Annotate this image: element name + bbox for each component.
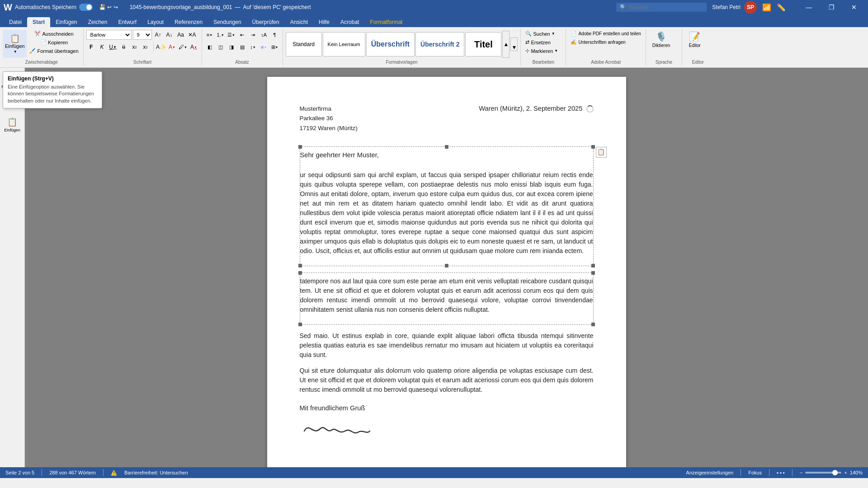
acrobat-group-content: 📄 Adobe PDF erstellen und teilen ✍️ Unte… xyxy=(569,30,642,59)
tab-einfuegen[interactable]: Einfügen xyxy=(50,17,82,27)
handle-top-middle[interactable] xyxy=(445,145,448,149)
doc-paragraph2[interactable]: tatempore nos aut laut quia core sum est… xyxy=(300,277,593,314)
style-kein-leerraum[interactable]: Kein Leerraum xyxy=(323,32,365,56)
paragraph-color-btn[interactable]: ■▼ xyxy=(259,42,269,52)
handle2-bottom-right[interactable] xyxy=(591,323,595,326)
superscript-btn[interactable]: x2 xyxy=(130,42,140,52)
cut-button[interactable]: ✂️ Ausschneiden xyxy=(28,30,80,38)
decrease-font-btn[interactable]: A↓ xyxy=(165,30,175,40)
clear-format-btn[interactable]: ✕A xyxy=(187,30,197,40)
tab-start[interactable]: Start xyxy=(27,17,50,27)
avatar[interactable]: SP xyxy=(744,1,757,14)
handle-bottom-middle[interactable] xyxy=(445,264,448,267)
tab-entwurf[interactable]: Entwurf xyxy=(113,17,142,27)
bullet-list-btn[interactable]: ≡▼ xyxy=(205,30,215,40)
numbered-list-btn[interactable]: 1.▼ xyxy=(216,30,226,40)
style-uberschrift2[interactable]: Überschrift 2 xyxy=(415,32,464,56)
styles-scroll-down[interactable]: ▼ xyxy=(510,38,518,51)
indent-increase-btn[interactable]: ⇥ xyxy=(248,30,258,40)
display-settings[interactable]: Anzeigeeinstellungen xyxy=(686,470,734,475)
tab-uberpruefen[interactable]: Überprüfen xyxy=(247,17,285,27)
zoom-control[interactable]: − + 140% xyxy=(800,470,863,475)
doc-paragraph3[interactable]: Sed maio. Ut estinus explab in core, qui… xyxy=(300,331,594,360)
increase-font-btn[interactable]: A↑ xyxy=(153,30,163,40)
indent-decrease-btn[interactable]: ⇤ xyxy=(237,30,247,40)
font-family-select[interactable]: Barlow Calibri Arial xyxy=(86,30,132,40)
align-justify-btn[interactable]: ▤ xyxy=(237,42,247,52)
handle2-top-right[interactable] xyxy=(591,271,595,275)
suchen-button[interactable]: 🔍 Suchen ▼ xyxy=(524,30,557,38)
document-page[interactable]: Musterfirma Parkallee 36 17192 Waren (Mü… xyxy=(267,77,626,467)
style-standard[interactable]: Standard xyxy=(286,32,322,56)
outline-list-btn[interactable]: ☰▼ xyxy=(226,30,236,40)
style-titel[interactable]: Titel xyxy=(465,32,501,56)
text-color-btn[interactable]: A▼ xyxy=(167,42,177,52)
diktieren-button[interactable]: 🎙️ Diktieren xyxy=(649,30,674,49)
editor-button[interactable]: 📝 Editor xyxy=(685,30,705,49)
tab-datei[interactable]: Datei xyxy=(4,17,27,27)
close-button[interactable]: ✕ xyxy=(844,0,864,14)
handle2-bottom-left[interactable] xyxy=(298,323,302,326)
handle-bottom-left[interactable] xyxy=(298,264,302,267)
markieren-button[interactable]: ⊹ Markieren ▼ xyxy=(524,47,560,55)
styles-scroll-up[interactable]: ▲ xyxy=(502,31,509,58)
tab-layout[interactable]: Layout xyxy=(142,17,169,27)
paste-nav-button[interactable]: 📋 Einfügen xyxy=(2,115,22,135)
selected-text-region[interactable]: Sehr geehrter Herr Muster, ur sequi odip… xyxy=(300,146,594,267)
align-center-btn[interactable]: ◫ xyxy=(216,42,226,52)
format-paint-button[interactable]: 🖌️ Format übertragen xyxy=(28,47,80,55)
highlight-btn[interactable]: 🖊▼ xyxy=(178,42,188,52)
strikethrough-btn[interactable]: ü xyxy=(119,42,129,52)
align-right-btn[interactable]: ◨ xyxy=(226,42,236,52)
zoom-in-icon[interactable]: + xyxy=(844,470,847,475)
tab-zeichen[interactable]: Zeichen xyxy=(83,17,113,27)
show-formatting-btn[interactable]: ¶ xyxy=(270,30,280,40)
tab-formatformat[interactable]: Formatformat xyxy=(364,17,408,27)
line-spacing-btn[interactable]: ↕▼ xyxy=(248,42,258,52)
text-effect-btn[interactable]: A✨ xyxy=(156,42,166,52)
handle2-top-left[interactable] xyxy=(298,271,302,275)
zoom-thumb[interactable] xyxy=(832,470,838,475)
paste-button[interactable]: 📋 Einfügen ▼ xyxy=(3,30,27,58)
zoom-out-icon[interactable]: − xyxy=(800,470,802,475)
border-btn[interactable]: ⊞▼ xyxy=(270,42,280,52)
font-size-select[interactable]: 9 10 11 12 xyxy=(133,30,152,40)
copy-button[interactable]: 📄 Kopieren xyxy=(28,38,80,46)
underline-btn[interactable]: U▼ xyxy=(108,42,118,52)
doc-paragraph4[interactable]: Qui sit eture dolumquatur alis dolorrum … xyxy=(300,366,594,394)
style-uberschrift1[interactable]: Überschrift xyxy=(366,32,415,56)
change-case-btn[interactable]: Aa xyxy=(176,30,186,40)
handle-top-left[interactable] xyxy=(298,145,302,149)
search-box[interactable]: 🔍 xyxy=(616,3,707,12)
minimize-button[interactable]: — xyxy=(798,0,819,14)
doc-closing[interactable]: Mit freundlichem Gruß xyxy=(300,404,594,413)
zoom-slider[interactable] xyxy=(805,472,841,474)
tab-referenzen[interactable]: Referenzen xyxy=(169,17,208,27)
selected-text-region2[interactable]: tatempore nos aut laut quia core sum est… xyxy=(300,272,594,325)
sort-btn[interactable]: ↕A xyxy=(259,30,269,40)
doc-greeting[interactable]: Sehr geehrter Herr Muster, xyxy=(300,150,593,160)
tab-sendungen[interactable]: Sendungen xyxy=(208,17,246,27)
align-left-btn[interactable]: ◧ xyxy=(205,42,215,52)
search-input[interactable] xyxy=(629,4,697,10)
paste-options-icon[interactable]: 📋 xyxy=(596,147,607,158)
tab-acrobat[interactable]: Acrobat xyxy=(335,17,364,27)
handle-bottom-right[interactable] xyxy=(591,264,595,267)
page-area[interactable]: Musterfirma Parkallee 36 17192 Waren (Mü… xyxy=(25,68,868,467)
autosave-toggle[interactable] xyxy=(79,4,93,11)
handle-top-right[interactable] xyxy=(591,145,595,149)
focus-mode[interactable]: Fokus xyxy=(748,470,762,475)
unterschriften-button[interactable]: ✍️ Unterschriften anfragen xyxy=(569,38,627,46)
italic-btn[interactable]: K xyxy=(97,42,107,52)
subscript-btn[interactable]: x2 xyxy=(141,42,151,52)
font-color-btn[interactable]: A▼ xyxy=(189,42,199,52)
bold-btn[interactable]: F xyxy=(86,42,96,52)
tab-hilfe[interactable]: Hilfe xyxy=(313,17,335,27)
adobe-pdf-button[interactable]: 📄 Adobe PDF erstellen und teilen xyxy=(569,30,642,38)
doc-signature[interactable] xyxy=(300,418,594,445)
tab-ansicht[interactable]: Ansicht xyxy=(285,17,313,27)
clipboard-group: 📋 Einfügen ▼ Einfügen (Strg+V) Eine Einf… xyxy=(0,29,84,66)
restore-button[interactable]: ❐ xyxy=(821,0,842,14)
doc-paragraph1[interactable]: ur sequi odipsunti sam qui archil explam… xyxy=(300,170,593,256)
ersetzen-button[interactable]: ⇄ Ersetzen xyxy=(524,38,552,46)
